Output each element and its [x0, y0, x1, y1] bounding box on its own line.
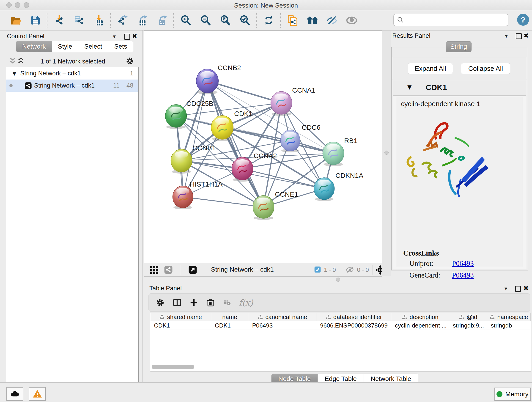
- collapse-panel-icon[interactable]: ▾: [505, 285, 507, 292]
- crosslink-value-link[interactable]: P06493: [452, 259, 474, 268]
- section-collapse-icon[interactable]: ▼: [407, 84, 412, 90]
- delete-column-icon[interactable]: [206, 298, 215, 307]
- search-box[interactable]: [393, 14, 508, 26]
- export-table-button[interactable]: [135, 13, 149, 27]
- collection-expand-icon[interactable]: ▼: [13, 71, 16, 76]
- add-column-icon[interactable]: [190, 298, 198, 307]
- column-header-database-identifier[interactable]: database identifier: [317, 313, 391, 321]
- control-panel-tabs: NetworkStyleSelectSets: [16, 41, 133, 52]
- horizontal-splitter-handle[interactable]: [336, 278, 340, 282]
- hide-selected-button[interactable]: [325, 13, 339, 27]
- network-node[interactable]: CCNE1: [253, 191, 298, 220]
- collapse-all-button[interactable]: Collapse All: [461, 63, 510, 74]
- import-network-database-button[interactable]: [72, 13, 86, 27]
- network-node[interactable]: HIST1H1A: [172, 180, 222, 209]
- network-node[interactable]: CCNA1: [271, 86, 316, 116]
- node-table[interactable]: shared namenamecanonical namedatabase id…: [150, 313, 531, 372]
- float-panel-icon[interactable]: [516, 33, 522, 39]
- control-panel: Control Panel ▾ ✖ NetworkStyleSelectSets…: [2, 31, 143, 382]
- open-in-window-icon[interactable]: [188, 265, 197, 275]
- column-header-canonical-name[interactable]: canonical name: [248, 313, 317, 321]
- update-network-icon: [263, 15, 274, 26]
- memory-label: Memory: [505, 390, 528, 398]
- tab-select[interactable]: Select: [78, 41, 108, 52]
- collapse-panel-icon[interactable]: ▾: [505, 33, 508, 39]
- table-h-scrollbar[interactable]: [152, 365, 194, 369]
- results-scrollbar[interactable]: [528, 47, 532, 270]
- column-header-description[interactable]: description: [391, 313, 449, 321]
- network-canvas[interactable]: CCNB2 CCNA1 CDC25B CDK1 CDC6 RB1 CCNB1: [144, 31, 382, 263]
- table-gear-icon[interactable]: [156, 298, 165, 307]
- tab-style[interactable]: Style: [52, 41, 78, 52]
- show-all-button[interactable]: [345, 13, 359, 27]
- table-cell: stringdb: [487, 321, 531, 330]
- network-node[interactable]: CCNB1: [171, 144, 216, 174]
- birdseye-grid-icon[interactable]: [150, 265, 158, 275]
- hide-selected-icon: [326, 15, 337, 26]
- network-collection-row[interactable]: ▼ String Network – cdk1 1: [6, 67, 138, 80]
- network-from-selection-button[interactable]: [285, 13, 300, 27]
- column-header-shared-name[interactable]: shared name: [150, 313, 211, 321]
- collapse-panel-icon[interactable]: ▾: [113, 33, 116, 40]
- warnings-button[interactable]: [29, 387, 46, 401]
- expand-all-button[interactable]: Expand All: [408, 63, 453, 74]
- import-table-file-button[interactable]: [92, 13, 106, 27]
- zoom-out-button[interactable]: [198, 13, 213, 27]
- float-panel-icon[interactable]: [124, 34, 130, 40]
- import-network-database-icon: [74, 15, 85, 26]
- table-cell: CDK1: [150, 321, 211, 330]
- vertical-splitter[interactable]: [382, 31, 391, 276]
- import-network-file-button[interactable]: [52, 13, 66, 27]
- first-neighbors-button[interactable]: [305, 13, 319, 27]
- float-panel-icon[interactable]: [515, 286, 521, 292]
- hidden-eye-icon[interactable]: [346, 266, 354, 274]
- network-name: String Network – cdk1: [34, 82, 95, 89]
- save-session-icon: [30, 15, 41, 26]
- table-body: CDK1CDK1P064939606.ENSP00000378699cyclin…: [150, 321, 531, 330]
- network-node[interactable]: CDKN1A: [314, 172, 363, 201]
- export-network-button[interactable]: [115, 13, 130, 27]
- expand-all-networks-icon[interactable]: [9, 57, 17, 66]
- network-edge: [183, 197, 264, 207]
- toolbar-separator: [256, 13, 258, 28]
- crosslinks-title: CrossLinks: [403, 249, 439, 257]
- zoom-in-button[interactable]: [179, 13, 193, 27]
- string-view-icon[interactable]: [164, 265, 173, 275]
- network-options-gear-icon[interactable]: [126, 57, 134, 66]
- column-header-name[interactable]: name: [211, 313, 249, 321]
- toolbar-divider: [180, 265, 180, 274]
- show-columns-icon[interactable]: [172, 298, 182, 307]
- cloud-status-button[interactable]: [6, 387, 23, 401]
- network-row[interactable]: String Network – cdk1 11 48: [6, 80, 138, 92]
- column-header--id[interactable]: @id: [449, 313, 487, 321]
- zoom-fit-button[interactable]: [218, 13, 232, 27]
- save-session-button[interactable]: [28, 13, 43, 27]
- help-button[interactable]: ?: [517, 14, 529, 26]
- tab-network[interactable]: Network: [16, 41, 52, 52]
- column-header-namespace[interactable]: namespace: [487, 313, 531, 321]
- network-node[interactable]: CCNB2: [196, 64, 241, 95]
- close-panel-icon[interactable]: ✖: [523, 284, 529, 292]
- open-session-button[interactable]: [9, 13, 23, 27]
- warning-icon: [32, 389, 42, 399]
- protein-structure-image: [401, 111, 500, 200]
- table-row[interactable]: CDK1CDK1P064939606.ENSP00000378699cyclin…: [150, 321, 531, 330]
- update-network-button[interactable]: [262, 13, 276, 27]
- zoom-selected-button[interactable]: [238, 13, 252, 27]
- close-panel-icon[interactable]: ✖: [524, 32, 529, 39]
- network-graph[interactable]: CCNB2 CCNA1 CDC25B CDK1 CDC6 RB1 CCNB1: [144, 31, 382, 263]
- network-node[interactable]: RB1: [323, 137, 358, 166]
- table-cell: 9606.ENSP00000378699: [317, 321, 391, 330]
- collapse-all-networks-icon[interactable]: [17, 57, 25, 66]
- selected-checkbox-icon[interactable]: [314, 266, 321, 274]
- search-input[interactable]: [406, 16, 508, 24]
- gene-section: ▼ CDK1 cyclin-dependent kinase 1: [393, 80, 526, 269]
- export-image-button[interactable]: [155, 13, 169, 27]
- memory-button[interactable]: Memory: [494, 388, 531, 401]
- tab-sets[interactable]: Sets: [108, 41, 133, 52]
- tab-string[interactable]: String: [446, 41, 472, 52]
- splitter-handle[interactable]: [385, 151, 389, 155]
- close-panel-icon[interactable]: ✖: [132, 32, 137, 40]
- gene-section-header[interactable]: ▼ CDK1: [393, 80, 526, 96]
- crosslink-value-link[interactable]: P06493: [452, 271, 474, 279]
